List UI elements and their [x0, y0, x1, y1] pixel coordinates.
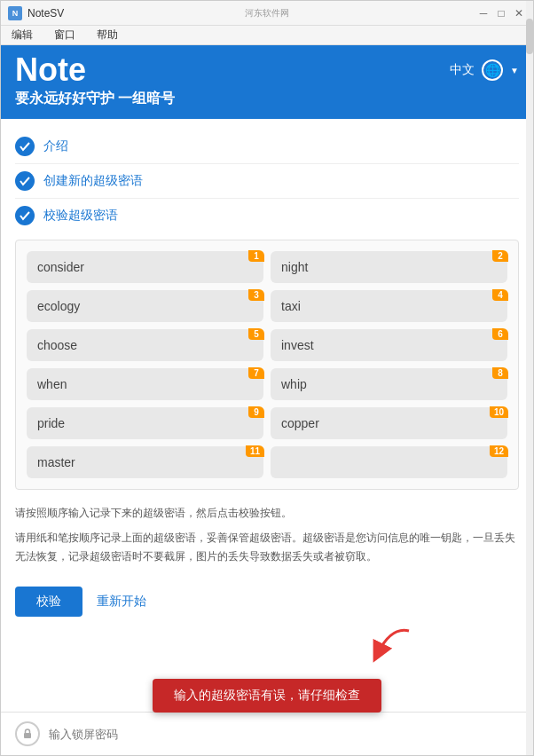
check-icon-1	[19, 140, 31, 153]
step-check-3	[15, 206, 35, 225]
lang-label: 中文	[450, 62, 475, 78]
arrow-indicator	[365, 622, 418, 670]
word-text-9: pride	[37, 416, 65, 430]
app-logo: Note	[15, 54, 86, 86]
word-num-4: 4	[492, 289, 508, 301]
dropdown-icon[interactable]: ▼	[510, 66, 519, 75]
word-num-7: 7	[248, 367, 264, 379]
word-text-7: when	[37, 377, 67, 391]
step-label-1[interactable]: 介绍	[43, 138, 68, 154]
desc-line-1: 请按照顺序输入记录下来的超级密语，然后点击校验按钮。	[15, 504, 519, 522]
title-bar-controls: ─ □ ✕	[476, 6, 526, 20]
lock-icon	[15, 721, 40, 746]
word-grid: consider 1 night 2 ecology 3 taxi 4 choo…	[27, 251, 507, 478]
word-cell-8: whip 8	[271, 368, 507, 400]
word-num-2: 2	[492, 250, 508, 262]
check-icon-2	[19, 175, 31, 187]
word-cell-1: consider 1	[27, 251, 263, 283]
minimize-button[interactable]: ─	[476, 6, 491, 20]
menu-window[interactable]: 窗口	[51, 26, 79, 44]
error-toast: 输入的超级密语有误，请仔细检查	[153, 679, 381, 713]
word-num-1: 1	[248, 250, 264, 262]
action-buttons: 校验 重新开始	[1, 579, 533, 627]
word-text-1: consider	[37, 260, 84, 274]
word-text-2: night	[281, 260, 308, 274]
word-cell-3: ecology 3	[27, 290, 263, 322]
word-cell-10: copper 10	[271, 407, 507, 439]
main-content: 介绍 创建新的超级密语 校验超级密语	[1, 119, 533, 712]
header-right: 中文 🌐 ▼	[450, 59, 519, 81]
step-label-2[interactable]: 创建新的超级密语	[43, 173, 143, 189]
step-label-3[interactable]: 校验超级密语	[43, 208, 118, 224]
header-subtitle: 要永远好好守护 一组暗号	[15, 90, 519, 108]
word-num-11: 11	[246, 445, 264, 457]
step-item-1: 介绍	[15, 130, 519, 164]
word-text-10: copper	[281, 416, 319, 430]
word-num-9: 9	[248, 406, 264, 418]
scrollbar-track[interactable]	[526, 1, 533, 755]
globe-icon[interactable]: 🌐	[482, 59, 503, 81]
header-top: Note 中文 🌐 ▼	[15, 54, 519, 86]
lock-screen-input[interactable]	[49, 728, 519, 741]
word-cell-2: night 2	[271, 251, 507, 283]
step-item-3: 校验超级密语	[15, 199, 519, 232]
watermark: 河东软件网	[245, 7, 289, 20]
word-text-8: whip	[281, 377, 307, 391]
desc-section: 请按照顺序输入记录下来的超级密语，然后点击校验按钮。 请用纸和笔按顺序记录上面的…	[1, 497, 533, 579]
word-cell-6: invest 6	[271, 329, 507, 361]
scrollbar-thumb[interactable]	[526, 19, 533, 54]
verify-button[interactable]: 校验	[15, 587, 82, 617]
lock-input-area	[1, 712, 533, 755]
word-cell-12: 12	[271, 446, 507, 478]
close-button[interactable]: ✕	[512, 6, 526, 20]
word-num-12: 12	[490, 445, 508, 457]
steps-section: 介绍 创建新的超级密语 校验超级密语	[1, 119, 533, 232]
app-header: Note 中文 🌐 ▼ 要永远好好守护 一组暗号	[1, 45, 533, 119]
app-window: N NoteSV 河东软件网 ─ □ ✕ 编辑 窗口 帮助 Note 中文 🌐 …	[0, 0, 534, 756]
word-cell-4: taxi 4	[271, 290, 507, 322]
menu-help[interactable]: 帮助	[93, 26, 122, 44]
maximize-button[interactable]: □	[494, 6, 508, 20]
check-icon-3	[19, 209, 31, 222]
word-text-6: invest	[281, 338, 314, 352]
word-cell-5: choose 5	[27, 329, 263, 361]
menu-edit[interactable]: 编辑	[8, 26, 36, 44]
word-text-3: ecology	[37, 299, 80, 313]
word-num-10: 10	[490, 406, 508, 418]
title-bar: N NoteSV 河东软件网 ─ □ ✕	[1, 1, 533, 26]
step-check-1	[15, 137, 35, 156]
title-bar-left: N NoteSV	[8, 6, 64, 20]
app-icon: N	[8, 6, 22, 20]
word-num-6: 6	[492, 328, 508, 340]
title-bar-title: NoteSV	[27, 7, 64, 20]
word-num-3: 3	[248, 289, 264, 301]
step-item-2: 创建新的超级密语	[15, 164, 519, 199]
word-num-8: 8	[492, 367, 508, 379]
word-grid-container: consider 1 night 2 ecology 3 taxi 4 choo…	[15, 240, 519, 490]
svg-rect-0	[24, 733, 31, 738]
word-cell-9: pride 9	[27, 407, 263, 439]
restart-button[interactable]: 重新开始	[97, 594, 146, 610]
word-num-5: 5	[248, 328, 264, 340]
word-text-4: taxi	[281, 299, 301, 313]
step-check-2	[15, 171, 35, 191]
word-cell-7: when 7	[27, 368, 263, 400]
lock-svg	[21, 728, 34, 740]
menu-bar: 编辑 窗口 帮助	[1, 26, 533, 45]
error-toast-text: 输入的超级密语有误，请仔细检查	[174, 688, 360, 704]
word-text-5: choose	[37, 338, 77, 352]
word-cell-11: master 11	[27, 446, 263, 478]
desc-line-2: 请用纸和笔按顺序记录上面的超级密语，妥善保管超级密语。超级密语是您访问信息的唯一…	[15, 529, 519, 565]
word-text-11: master	[37, 455, 75, 469]
arrow-svg	[365, 622, 418, 666]
